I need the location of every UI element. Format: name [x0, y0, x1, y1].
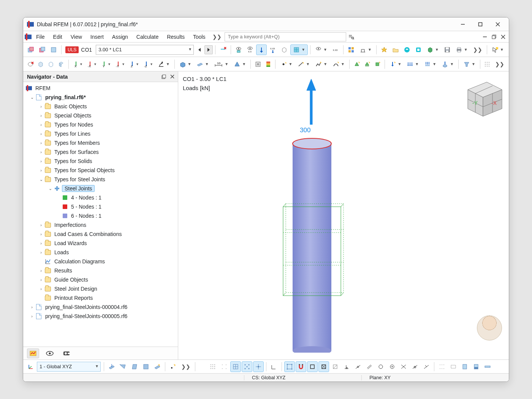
- cursor-highlight-icon[interactable]: ▼: [489, 44, 506, 55]
- tree-folder[interactable]: ›Results: [25, 266, 177, 275]
- navigator-close-icon[interactable]: [168, 73, 176, 81]
- tree-root[interactable]: RFEM: [25, 84, 177, 93]
- eye-solid-icon[interactable]: [233, 44, 244, 55]
- snap-perp-icon[interactable]: [341, 361, 352, 372]
- axis-neg-x-icon[interactable]: -X▾: [85, 59, 98, 70]
- navigator-tree[interactable]: RFEM ⌄ prying_final.rf6* ›Basic Objects …: [23, 82, 178, 347]
- mdi-minimize-icon[interactable]: [481, 33, 489, 41]
- snap-circle-icon[interactable]: [375, 361, 386, 372]
- tree-folder[interactable]: ›Imperfections: [25, 220, 177, 230]
- cube-3-icon[interactable]: [57, 59, 66, 70]
- tree-extra-file[interactable]: ›prying_final-SteelJoints-000005.rf6: [25, 312, 177, 321]
- model-box-3-icon[interactable]: [48, 44, 59, 55]
- node-point-icon[interactable]: ▼: [278, 59, 294, 70]
- tree-folder[interactable]: ›Guide Objects: [25, 275, 177, 284]
- shape-plane-icon[interactable]: ▼: [194, 59, 211, 70]
- solid-load-icon[interactable]: ▼: [439, 59, 456, 70]
- sections-icon[interactable]: [346, 44, 356, 55]
- prev-loadcase-button[interactable]: [195, 45, 204, 54]
- results-label-icon[interactable]: x.xx: [330, 44, 341, 55]
- cs-icon[interactable]: [25, 361, 36, 372]
- snap-mid-icon[interactable]: [353, 361, 363, 372]
- support-schematic-icon[interactable]: ▼: [357, 44, 374, 55]
- snap-center-icon[interactable]: [387, 361, 397, 372]
- snap-intersect-icon[interactable]: [398, 361, 409, 372]
- cloud-1-icon[interactable]: [402, 44, 412, 55]
- snap-magnet-icon[interactable]: [296, 361, 306, 372]
- open-folder-icon[interactable]: [390, 44, 401, 55]
- workplane-4-icon[interactable]: [141, 361, 151, 372]
- area-load-icon[interactable]: ▼: [422, 59, 439, 70]
- support-3-icon[interactable]: [372, 59, 382, 70]
- snap-endpoint-icon[interactable]: [269, 361, 279, 372]
- axis-x-icon[interactable]: X▾: [71, 59, 84, 70]
- snap-grid-dots-icon[interactable]: [207, 361, 218, 372]
- grid-toggle-icon[interactable]: ▼: [290, 44, 308, 55]
- keyword-search-input[interactable]: [225, 32, 346, 41]
- menu-calculate[interactable]: Calculate: [133, 33, 162, 41]
- maximize-button[interactable]: [472, 18, 489, 30]
- nav-tab-views-icon[interactable]: [60, 348, 73, 358]
- loadcase-combo[interactable]: 3.00 * LC1▼: [96, 45, 194, 55]
- tree-folder[interactable]: ›Load Cases & Combinations: [25, 230, 177, 239]
- menu-tools[interactable]: Tools: [189, 33, 209, 41]
- tree-steel-joints[interactable]: ⌄Steel Joints: [25, 184, 177, 193]
- tree-folder[interactable]: ›Loads: [25, 248, 177, 257]
- print-icon[interactable]: ▼: [453, 44, 470, 55]
- mdi-close-icon[interactable]: [499, 33, 507, 41]
- snap-near-icon[interactable]: [410, 361, 420, 372]
- tree-folder[interactable]: ›Types for Nodes: [25, 120, 177, 129]
- polyline-tool-icon[interactable]: ▼: [313, 59, 329, 70]
- support-1-icon[interactable]: [352, 59, 361, 70]
- snap-ortho-icon[interactable]: [242, 361, 252, 372]
- workplane-3-icon[interactable]: [129, 361, 140, 372]
- lasso-delete-icon[interactable]: [25, 59, 35, 70]
- tree-folder[interactable]: ›Types for Surfaces: [25, 147, 177, 157]
- model-viewport[interactable]: CO1 - 3.00 * LC1 Loads [kN] 300: [178, 71, 509, 359]
- tree-folder[interactable]: ›Basic Objects: [25, 102, 177, 111]
- snap-tangent-icon[interactable]: [421, 361, 432, 372]
- menu-results[interactable]: Results: [163, 33, 188, 41]
- tree-calc-diagrams[interactable]: ·Calculation Diagrams: [25, 257, 177, 266]
- bottom-overflow-1-icon[interactable]: ❯❯: [179, 364, 193, 370]
- eye-xx-icon[interactable]: ▼: [313, 44, 329, 55]
- axis-z-icon[interactable]: Z▾: [127, 59, 141, 70]
- curve-tool-icon[interactable]: ▼: [330, 59, 347, 70]
- arrow-down-load-icon[interactable]: [256, 44, 267, 55]
- load-values-icon[interactable]: x.xx: [268, 44, 278, 55]
- axis-neg-y-icon[interactable]: -Y▾: [113, 59, 127, 70]
- tree-folder-steel[interactable]: ⌄Types for Steel Joints: [25, 175, 177, 184]
- snap-grid3-icon[interactable]: [437, 361, 447, 372]
- support-2-icon[interactable]: [362, 59, 372, 70]
- tree-joint-item[interactable]: 5 - Nodes : 1: [25, 202, 177, 211]
- eye-values-icon[interactable]: x.x: [245, 44, 255, 55]
- search-options-icon[interactable]: [347, 33, 355, 41]
- menu-overflow-icon[interactable]: ❯❯: [210, 34, 224, 40]
- snap-square-icon[interactable]: [307, 361, 318, 372]
- delete-load-icon[interactable]: [218, 44, 228, 55]
- tree-folder[interactable]: ›Types for Solids: [25, 157, 177, 166]
- close-button[interactable]: [489, 18, 507, 30]
- navigator-undock-icon[interactable]: [160, 73, 168, 81]
- grid-dots-icon[interactable]: [483, 59, 492, 70]
- axis-neg-z-icon[interactable]: -Z▾: [141, 59, 155, 70]
- workplane-pick-icon[interactable]: [152, 361, 163, 372]
- menu-insert[interactable]: Insert: [87, 33, 108, 41]
- mesh-icon[interactable]: [253, 59, 263, 70]
- tree-folder[interactable]: ›Load Wizards: [25, 239, 177, 248]
- nav-tab-data-icon[interactable]: [27, 348, 39, 358]
- line-tool-icon[interactable]: ▼: [295, 59, 312, 70]
- axis-y-icon[interactable]: Y▾: [99, 59, 112, 70]
- coordinate-system-combo[interactable]: 1 - Global XYZ▼: [37, 362, 101, 372]
- menu-file[interactable]: File: [32, 33, 49, 41]
- tree-folder[interactable]: ·Printout Reports: [25, 293, 177, 302]
- model-box-1-icon[interactable]: [25, 44, 36, 55]
- snap-pagebar-icon[interactable]: [471, 361, 481, 372]
- snap-rect2-icon[interactable]: [448, 361, 459, 372]
- assistant-avatar[interactable]: [477, 315, 502, 340]
- model-box-2-icon[interactable]: [37, 44, 48, 55]
- tree-extra-file[interactable]: ›prying_final-SteelJoints-000004.rf6: [25, 302, 177, 312]
- tree-joint-item[interactable]: 6 - Nodes : 1: [25, 211, 177, 220]
- origin-pick-icon[interactable]: [168, 361, 178, 372]
- save-icon[interactable]: [442, 44, 453, 55]
